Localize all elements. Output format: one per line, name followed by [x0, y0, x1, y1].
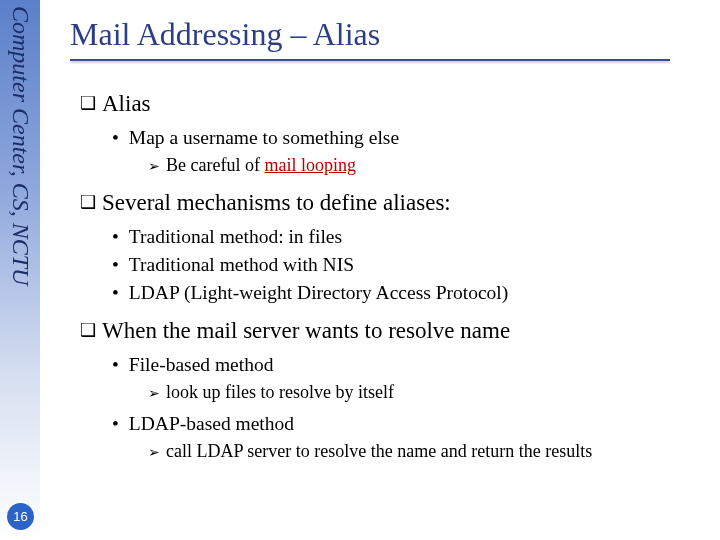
triangle-bullet-icon: ➢	[148, 385, 160, 402]
triangle-bullet-icon: ➢	[148, 444, 160, 461]
text-danger: mail looping	[264, 155, 356, 175]
bullet-resolve-name: ❑When the mail server wants to resolve n…	[80, 318, 700, 344]
bullet-traditional-files: •Traditional method: in files	[112, 226, 700, 248]
text: When the mail server wants to resolve na…	[102, 318, 510, 343]
bullet-ldap-based: •LDAP-based method	[112, 413, 700, 435]
dot-bullet-icon: •	[112, 413, 119, 434]
text: File-based method	[129, 354, 274, 375]
sidebar-label: Computer Center, CS, NCTU	[7, 6, 34, 285]
square-bullet-icon: ❑	[80, 319, 96, 341]
bullet-traditional-nis: •Traditional method with NIS	[112, 254, 700, 276]
square-bullet-icon: ❑	[80, 92, 96, 114]
slide-title: Mail Addressing – Alias	[70, 16, 700, 53]
bullet-ldap: •LDAP (Light-weight Directory Access Pro…	[112, 282, 700, 304]
sidebar-gradient: Computer Center, CS, NCTU	[0, 0, 40, 540]
bullet-call-ldap-server: ➢call LDAP server to resolve the name an…	[148, 441, 700, 462]
text: LDAP (Light-weight Directory Access Prot…	[129, 282, 508, 303]
dot-bullet-icon: •	[112, 226, 119, 247]
dot-bullet-icon: •	[112, 282, 119, 303]
text: look up files to resolve by itself	[166, 382, 394, 402]
dot-bullet-icon: •	[112, 254, 119, 275]
triangle-bullet-icon: ➢	[148, 158, 160, 175]
dot-bullet-icon: •	[112, 354, 119, 375]
slide: Computer Center, CS, NCTU 16 Mail Addres…	[0, 0, 720, 540]
text: LDAP-based method	[129, 413, 294, 434]
text: Several mechanisms to define aliases:	[102, 190, 451, 215]
text: Map a username to something else	[129, 127, 399, 148]
content-area: Mail Addressing – Alias ❑Alias •Map a us…	[70, 16, 700, 462]
bullet-mail-looping: ➢Be careful of mail looping	[148, 155, 700, 176]
page-number-badge: 16	[7, 503, 34, 530]
title-underline	[70, 59, 670, 61]
bullet-mechanisms: ❑Several mechanisms to define aliases:	[80, 190, 700, 216]
text: call LDAP server to resolve the name and…	[166, 441, 592, 461]
square-bullet-icon: ❑	[80, 191, 96, 213]
bullet-map-username: •Map a username to something else	[112, 127, 700, 149]
text: Traditional method with NIS	[129, 254, 354, 275]
dot-bullet-icon: •	[112, 127, 119, 148]
text-prefix: Be careful of	[166, 155, 264, 175]
bullet-lookup-files: ➢look up files to resolve by itself	[148, 382, 700, 403]
bullet-file-based: •File-based method	[112, 354, 700, 376]
bullet-alias: ❑Alias	[80, 91, 700, 117]
text: Alias	[102, 91, 151, 116]
text: Traditional method: in files	[129, 226, 342, 247]
